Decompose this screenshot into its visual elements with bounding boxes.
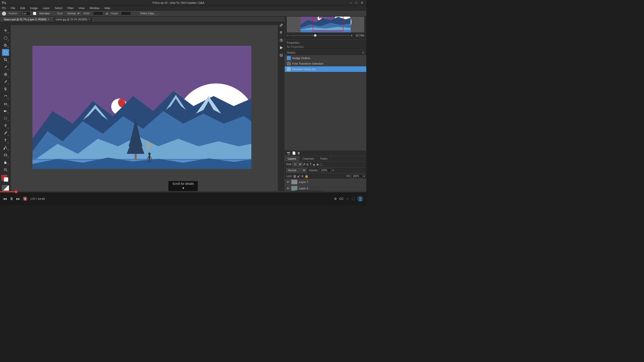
clone-stamp[interactable] (2, 86, 9, 93)
layer-item-7[interactable]: 👁 Layer 7 (285, 179, 366, 185)
new-snapshot-btn[interactable]: 📷 (287, 151, 291, 155)
title-bar-controls: ─ □ ✕ (349, 1, 364, 5)
layer-4-visibility[interactable]: 👁 (286, 187, 290, 190)
foreground-color[interactable] (2, 175, 7, 180)
height-input[interactable] (121, 12, 131, 15)
tab-colors-jpg-close[interactable]: ✕ (88, 18, 90, 21)
filter-smart-btn[interactable]: ◈ (316, 163, 319, 166)
history-item-0[interactable]: Nudge Outline (285, 55, 366, 61)
dodge-tool[interactable]: ▸ (2, 122, 9, 129)
history-brush[interactable]: ▸ (2, 93, 9, 100)
gradient-tool[interactable]: ▸ (2, 108, 9, 114)
share-btn[interactable]: ⋯ (346, 197, 349, 201)
swap-icon[interactable]: ⇄ (106, 12, 108, 15)
progress-bar[interactable] (0, 191, 366, 192)
pen-tool[interactable]: ▸ (2, 130, 9, 137)
history-item-1[interactable]: Free Transform Selection (285, 61, 366, 66)
magic-wand-tool[interactable]: ▸ (2, 49, 9, 56)
tab-space-psd[interactable]: Space.psd @ 42.7% (Layer 0, RGB/8) ✕ (1, 17, 52, 21)
menu-layer[interactable]: Layer (42, 7, 51, 10)
quick-mask-btn[interactable] (2, 185, 9, 191)
close-btn[interactable]: ✕ (361, 1, 363, 5)
menu-ps[interactable]: PS (1, 7, 7, 10)
profile-btn[interactable]: 👤 (357, 196, 363, 202)
background-color[interactable] (4, 177, 8, 182)
filter-adj-btn[interactable]: ⊘ (306, 163, 309, 166)
menu-edit[interactable]: Edit (19, 7, 26, 10)
tab-paths[interactable]: Paths (317, 156, 331, 161)
style-select[interactable]: Normal Fixed Ratio Fixed Size (66, 11, 81, 16)
width-input[interactable] (93, 12, 103, 15)
lock-image-btn[interactable]: 🖌 (297, 174, 300, 178)
brush-tool[interactable]: ▸ (2, 78, 9, 85)
mute-btn[interactable]: 🔇 (23, 196, 28, 201)
menu-window[interactable]: Window (89, 7, 100, 10)
menu-image[interactable]: Image (29, 7, 39, 10)
menu-select[interactable]: Select (54, 7, 64, 10)
feather-input[interactable] (20, 12, 30, 15)
zoom-slider[interactable] (290, 35, 349, 36)
crop-tool[interactable]: ▸ (2, 56, 9, 63)
fill-input[interactable] (351, 174, 363, 178)
new-doc-from-state-btn[interactable]: 📄 (292, 151, 296, 155)
marquee-tool[interactable]: ▸ (2, 34, 9, 41)
history-menu-btn[interactable]: ☰ (362, 51, 364, 54)
settings-btn[interactable]: ⚙ (334, 197, 337, 201)
menu-help[interactable]: Help (103, 7, 111, 10)
history-panel-icon[interactable] (278, 37, 284, 43)
lock-position-btn[interactable]: ✛ (301, 174, 304, 178)
history-item-2[interactable]: Deselect (Save As) (285, 66, 366, 72)
antialias-checkbox[interactable] (33, 12, 36, 15)
tab-colors-jpg[interactable]: colors.jpg @ 33.3% (RGB/8) ✕ (53, 17, 93, 21)
opacity-input[interactable] (320, 168, 331, 172)
color-swatches[interactable] (2, 175, 10, 183)
lock-all-btn[interactable]: 🔒 (305, 174, 308, 178)
fill-arrow[interactable]: ▾ (364, 175, 365, 177)
filter-type-btn[interactable]: T (310, 163, 311, 166)
ps-icon: Ps (2, 1, 6, 5)
actions-panel-icon[interactable] (278, 45, 284, 51)
right-panel-icons (277, 6, 285, 205)
clone-panel-icon[interactable] (278, 30, 284, 36)
brush-panel-icon[interactable] (278, 22, 284, 28)
lock-transparent-btn[interactable]: ▧ (293, 174, 296, 178)
layer-7-visibility[interactable]: 👁 (286, 180, 290, 184)
filter-on-btn[interactable]: ⬚ (320, 163, 323, 166)
zoom-out-btn[interactable]: − (287, 33, 289, 37)
menu-filter[interactable]: Filter (66, 7, 74, 10)
filter-kind-btn[interactable]: 𝑷 (303, 163, 305, 166)
blend-mode-select[interactable]: Normal Multiply Screen (286, 168, 306, 172)
fast-forward-btn[interactable]: ⏭ (16, 197, 20, 201)
menu-file[interactable]: File (10, 7, 16, 10)
move-tool[interactable]: ▸ (2, 27, 9, 34)
shape-tool[interactable]: ▸ (2, 152, 9, 158)
adjustments-panel-icon[interactable] (278, 52, 284, 58)
play-pause-btn[interactable]: ⏸ (10, 197, 14, 201)
refine-edge-button[interactable]: Refine Edge... (138, 11, 158, 16)
captions-btn[interactable]: CC (339, 197, 344, 201)
history-icon-1 (287, 62, 291, 66)
opacity-arrow[interactable]: ▾ (332, 169, 334, 172)
delete-state-btn[interactable]: 🗑 (297, 151, 300, 155)
maximize-btn[interactable]: □ (355, 1, 357, 5)
hand-tool[interactable]: ▸ (2, 159, 9, 166)
eraser-tool[interactable]: ▸ (2, 100, 9, 107)
zoom-in-btn[interactable]: + (351, 33, 353, 37)
zoom-tool[interactable] (2, 166, 9, 173)
tab-channels[interactable]: Channels (299, 156, 317, 161)
eyedropper-tool[interactable]: ▸ (2, 64, 9, 71)
menu-view[interactable]: View (78, 7, 86, 10)
lasso-tool[interactable]: ▸ (2, 42, 9, 49)
healing-brush[interactable]: ▸ (2, 71, 9, 78)
kind-select[interactable]: ☷ (292, 162, 302, 166)
minimize-btn[interactable]: ─ (350, 1, 352, 5)
rewind-btn[interactable]: ⏮ (3, 197, 7, 201)
blur-tool[interactable]: ▸ (2, 115, 9, 122)
filter-shape-btn[interactable]: ▲ (312, 163, 315, 166)
fullscreen-btn[interactable]: ⛶ (352, 197, 355, 201)
layer-item-4[interactable]: 👁 Layer 4 Indicates layer visibility (285, 185, 366, 192)
text-tool[interactable]: T ▸ (2, 137, 9, 144)
tab-space-psd-close[interactable]: ✕ (48, 18, 50, 21)
path-select-tool[interactable]: ▸ (2, 144, 9, 151)
tab-layers[interactable]: Layers (285, 156, 299, 161)
